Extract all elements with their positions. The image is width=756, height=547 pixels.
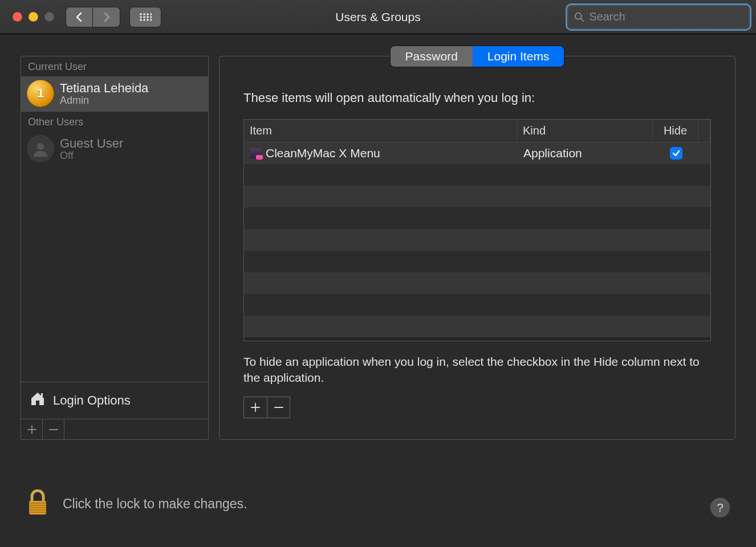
svg-point-11 (150, 19, 152, 21)
table-row (244, 207, 710, 229)
titlebar: Users & Groups (0, 0, 756, 34)
sidebar-footer (21, 419, 208, 439)
search-icon (574, 11, 584, 23)
search-field[interactable] (568, 6, 749, 28)
minimize-window-button[interactable] (29, 12, 38, 22)
svg-rect-15 (41, 393, 43, 397)
user-role: Admin (60, 95, 148, 107)
zoom-window-button (44, 12, 54, 22)
login-options-label: Login Options (53, 393, 131, 408)
window-controls (13, 12, 54, 22)
svg-rect-19 (29, 507, 46, 508)
help-button[interactable]: ? (710, 498, 730, 517)
column-hide[interactable]: Hide (653, 120, 698, 142)
column-item[interactable]: Item (244, 120, 517, 142)
table-header: Item Kind Hide (244, 120, 710, 142)
current-user-header: Current User (21, 56, 208, 76)
current-user-row[interactable]: Tetiana Leheida Admin (21, 76, 208, 112)
table-body: CleanMyMac X Menu Application (244, 142, 710, 341)
table-row (244, 229, 710, 251)
table-row[interactable]: CleanMyMac X Menu Application (244, 142, 710, 164)
svg-point-5 (143, 16, 145, 18)
item-buttons (243, 397, 290, 418)
back-button[interactable] (66, 7, 93, 27)
home-icon (29, 390, 46, 411)
svg-rect-18 (29, 505, 46, 506)
hide-checkbox[interactable] (670, 147, 682, 160)
other-users-header: Other Users (21, 112, 208, 132)
table-row (244, 251, 710, 272)
tab-group: Password Login Items (391, 46, 564, 67)
svg-point-8 (140, 19, 142, 21)
lock-row: Click the lock to make changes. (26, 489, 247, 519)
svg-point-12 (575, 13, 582, 19)
svg-point-7 (150, 16, 152, 18)
user-sidebar: Current User Tetiana Leheida Admin Other… (21, 56, 209, 440)
table-row (244, 316, 710, 337)
lock-icon[interactable] (26, 489, 49, 519)
svg-rect-21 (29, 512, 46, 513)
guest-user-row[interactable]: Guest User Off (21, 132, 208, 167)
svg-rect-17 (29, 503, 46, 504)
hint-text: To hide an application when you log in, … (243, 354, 711, 386)
guest-avatar-icon (27, 135, 54, 162)
svg-point-9 (143, 19, 145, 21)
main-panel: Password Login Items These items will op… (219, 56, 735, 440)
svg-point-1 (143, 13, 145, 15)
nav-buttons (66, 7, 120, 27)
svg-point-2 (147, 13, 149, 15)
remove-user-button[interactable] (43, 419, 64, 440)
table-row (244, 164, 710, 186)
svg-point-6 (147, 16, 149, 18)
remove-item-button[interactable] (267, 397, 290, 418)
item-kind: Application (518, 146, 653, 160)
forward-button (93, 7, 120, 27)
svg-point-4 (140, 16, 142, 18)
user-name: Guest User (60, 136, 123, 151)
table-row (244, 272, 710, 294)
show-all-button[interactable] (129, 7, 161, 27)
column-kind[interactable]: Kind (517, 120, 653, 142)
login-items-table: Item Kind Hide CleanMyMac X Menu Applica… (243, 119, 711, 341)
table-row (244, 294, 710, 316)
user-name: Tetiana Leheida (60, 81, 148, 96)
close-window-button[interactable] (13, 12, 22, 22)
user-role: Off (60, 150, 123, 162)
table-row (244, 186, 710, 207)
item-name: CleanMyMac X Menu (266, 146, 380, 160)
app-icon (250, 148, 261, 158)
svg-point-14 (37, 143, 44, 150)
lock-text: Click the lock to make changes. (63, 496, 247, 512)
svg-point-10 (147, 19, 149, 21)
svg-point-0 (140, 13, 142, 15)
add-user-button[interactable] (21, 419, 43, 440)
tab-login-items[interactable]: Login Items (473, 46, 564, 67)
svg-point-3 (150, 13, 152, 15)
search-input[interactable] (589, 10, 743, 23)
svg-line-13 (581, 18, 584, 21)
instruction-text: These items will open automatically when… (243, 91, 711, 105)
login-options-row[interactable]: Login Options (21, 382, 208, 419)
tab-password[interactable]: Password (391, 46, 473, 67)
svg-rect-20 (29, 509, 46, 511)
add-item-button[interactable] (244, 397, 267, 418)
user-avatar-icon (27, 80, 54, 107)
